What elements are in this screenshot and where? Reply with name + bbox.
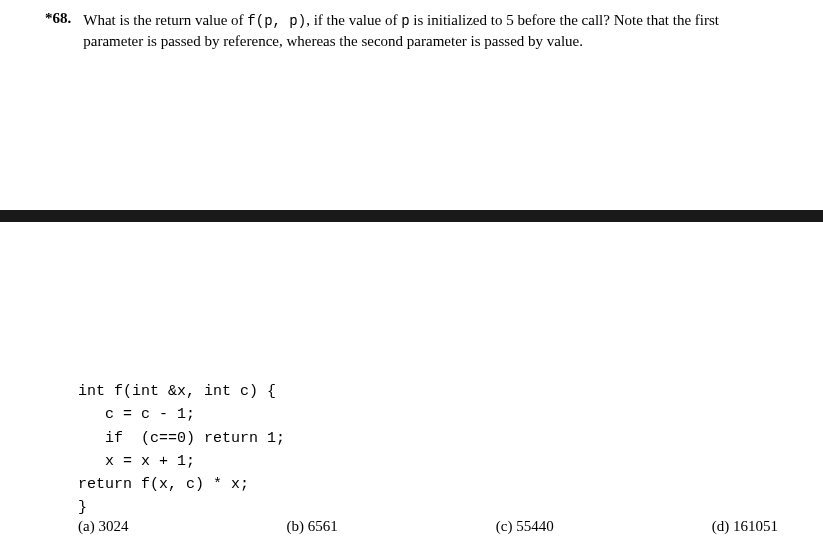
code-line-6: }	[78, 499, 87, 516]
code-line-1: int f(int &x, int c) {	[78, 383, 276, 400]
option-d: (d) 161051	[712, 518, 778, 535]
question-text: What is the return value of f(p, p), if …	[83, 10, 778, 51]
option-c: (c) 55440	[496, 518, 554, 535]
option-b: (b) 6561	[286, 518, 337, 535]
code-block: int f(int &x, int c) { c = c - 1; if (c=…	[78, 380, 285, 520]
question-text-part2: , if the value of	[306, 12, 401, 28]
inline-code-fpp: f(p, p)	[247, 13, 306, 29]
answer-options: (a) 3024 (b) 6561 (c) 55440 (d) 161051	[78, 518, 778, 535]
page-separator	[0, 210, 823, 222]
inline-code-p: p	[401, 13, 409, 29]
code-line-4: x = x + 1;	[78, 453, 195, 470]
code-line-3: if (c==0) return 1;	[78, 430, 285, 447]
question-header: *68. What is the return value of f(p, p)…	[0, 0, 823, 51]
code-line-5: return f(x, c) * x;	[78, 476, 249, 493]
code-line-2: c = c - 1;	[78, 406, 195, 423]
option-a: (a) 3024	[78, 518, 128, 535]
question-number: *68.	[45, 10, 71, 27]
question-text-part1: What is the return value of	[83, 12, 247, 28]
